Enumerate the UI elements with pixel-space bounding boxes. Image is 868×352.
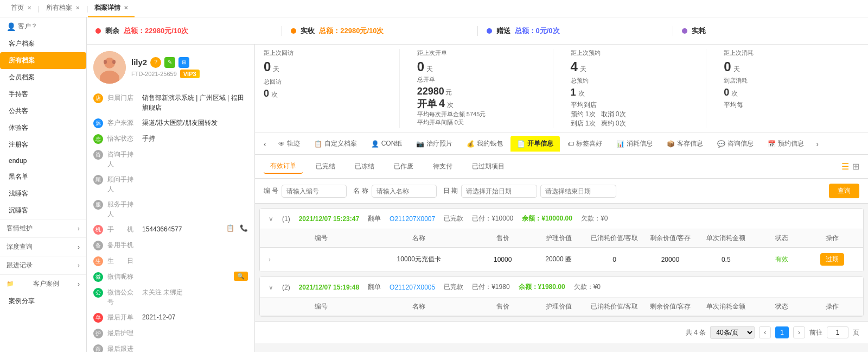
- order-1-id[interactable]: O211207X0007: [390, 215, 435, 223]
- sidebar-section-crm[interactable]: 客情维护 ›: [0, 219, 86, 237]
- order-1-chevron[interactable]: ∨: [269, 215, 273, 223]
- tab-filedetail-close[interactable]: ✕: [124, 5, 128, 11]
- sidebar-section-followup[interactable]: 跟进记录 ›: [0, 256, 86, 274]
- source-label: 客户来源: [107, 118, 138, 128]
- nav-tab-order-info[interactable]: 📄 开单信息: [510, 136, 560, 152]
- order-1-payment-status: 已完款: [444, 214, 463, 223]
- per-page-select[interactable]: 40条/页 20条/页 100条/页: [710, 326, 755, 339]
- advisor-label: 顾问手持人: [107, 174, 138, 194]
- order-2-id[interactable]: O211207X0005: [390, 284, 435, 291]
- order-2-time: 2021/12/07 15:19:48: [299, 284, 359, 291]
- stat-block-appointments: 距上次预约 4 天 总预约 1 次 平均到店: [564, 49, 707, 128]
- last-consume-unit: 天: [733, 65, 740, 74]
- sidebar-item-light-sleep[interactable]: 浅睡客: [0, 185, 86, 202]
- wechat-search-btn[interactable]: 🔍: [234, 272, 248, 281]
- tab-filedetail-label: 档案详情: [94, 3, 120, 12]
- sidebar-item-endup[interactable]: endup: [0, 153, 86, 168]
- con-icon: 👤: [371, 140, 379, 148]
- sidebar-section-cases[interactable]: 📁 客户案例 ›: [0, 274, 86, 293]
- phone-label: 手 机: [107, 224, 138, 234]
- next-page-btn[interactable]: ›: [793, 326, 805, 338]
- page-goto-input[interactable]: [827, 326, 848, 338]
- main-layout: 👤 客户？ 客户档案 所有档案 会员档案 手持客 公共客 体验客 注册客 end…: [0, 17, 868, 352]
- nav-tab-photos[interactable]: 📷 治疗照片: [410, 136, 459, 152]
- tab-allfiles[interactable]: 所有档案 ✕: [40, 0, 86, 17]
- nav-tab-stock[interactable]: 📦 客存信息: [660, 136, 710, 152]
- name-search-input[interactable]: [372, 185, 437, 198]
- nav-tab-con[interactable]: 👤 CON纸: [365, 136, 409, 152]
- field-status: 态 悟客状态 手持: [93, 131, 248, 147]
- code-search-input[interactable]: [282, 185, 347, 198]
- nav-tab-consume-info[interactable]: 📊 消耗信息: [610, 136, 659, 152]
- sidebar-item-customer-files[interactable]: 客户档案: [0, 35, 86, 52]
- th-name: 名称: [363, 234, 475, 243]
- stat-dot-consumed: [682, 28, 687, 34]
- order-2-chevron[interactable]: ∨: [269, 284, 273, 291]
- nav-tab-consult[interactable]: 💬 咨询信息: [711, 136, 760, 152]
- stat-label-gift: 赠送: [496, 26, 510, 36]
- source-icon: 源: [93, 118, 103, 128]
- tab-home[interactable]: 首页 ✕: [4, 0, 38, 17]
- sidebar-item-blacklist[interactable]: 黑名单: [0, 168, 86, 185]
- order-1-time: 2021/12/07 15:23:47: [299, 215, 359, 223]
- date-start-input[interactable]: [461, 185, 537, 198]
- sidebar-item-deep-sleep[interactable]: 沉睡客: [0, 202, 86, 219]
- th2-code: 编号: [279, 302, 363, 311]
- order-2-type: 翻单: [368, 282, 381, 292]
- order-tab-expired[interactable]: 已过期项目: [465, 160, 511, 173]
- expired-button-1[interactable]: 过期: [820, 253, 844, 266]
- tab-allfiles-close[interactable]: ✕: [75, 5, 80, 11]
- order-tab-completed[interactable]: 已完结: [309, 160, 342, 173]
- page-1-btn[interactable]: 1: [775, 326, 789, 338]
- order-tab-frozen[interactable]: 已冻结: [348, 160, 381, 173]
- nav-tab-wallet[interactable]: 💰 我的钱包: [460, 136, 509, 152]
- order-1-owe: 欠款：¥0: [581, 214, 608, 223]
- nav-tab-tags[interactable]: 🏷 标签喜好: [561, 136, 609, 152]
- consult-icon: 💬: [717, 140, 725, 148]
- order-tab-pending[interactable]: 待支付: [426, 160, 459, 173]
- last-order-days-unit: 天: [426, 65, 433, 74]
- sidebar-item-member-files[interactable]: 会员档案: [0, 69, 86, 86]
- sidebar-item-case-share[interactable]: 案例分享: [0, 293, 86, 310]
- sidebar-section-query[interactable]: 深度查询 ›: [0, 237, 86, 256]
- nav-prev-arrow[interactable]: ‹: [259, 137, 271, 150]
- order-group-1: ∨ (1) 2021/12/07 15:23:47 翻单 O211207X000…: [259, 208, 864, 272]
- stat-block-revisit: 距上次回访 0 天 总回访 0 次: [264, 49, 400, 128]
- phone-copy-icon[interactable]: 📋: [226, 224, 234, 232]
- wallet-icon: 💰: [467, 140, 475, 148]
- sidebar-item-registered[interactable]: 注册客: [0, 136, 86, 153]
- nav-next-arrow[interactable]: ›: [812, 137, 823, 150]
- search-button[interactable]: 查询: [829, 184, 859, 198]
- revisit-unit: 天: [273, 65, 279, 74]
- stat-section-remain: 剩余 总额：22980元/10次: [87, 26, 282, 36]
- sidebar-item-trial[interactable]: 体验客: [0, 120, 86, 136]
- sidebar-customer-title: 👤 客户？: [0, 17, 86, 35]
- td-status-1: 有效: [754, 255, 810, 264]
- nav-tab-track[interactable]: 👁 轨迹: [272, 136, 307, 152]
- last-consume-value: 0: [724, 59, 731, 74]
- wechat-public-label: 微信公众号: [107, 287, 138, 307]
- prev-page-btn[interactable]: ‹: [759, 326, 771, 338]
- phone-call-icon[interactable]: 📞: [240, 224, 248, 232]
- sidebar-item-public[interactable]: 公共客: [0, 103, 86, 120]
- order-2-owe: 欠款：¥0: [574, 282, 601, 292]
- order-tab-voided[interactable]: 已作废: [387, 160, 420, 173]
- profile-link-btn[interactable]: ⊞: [178, 57, 189, 68]
- date-end-input[interactable]: [540, 185, 616, 198]
- expand-btn-1[interactable]: ›: [269, 256, 279, 263]
- sidebar-item-all-files[interactable]: 所有档案: [0, 52, 86, 69]
- list-view-btn[interactable]: ☰: [841, 161, 849, 172]
- profile-edit-btn[interactable]: ✎: [164, 57, 175, 68]
- grid-view-btn[interactable]: ⊞: [852, 161, 859, 172]
- phone-value: 15443664577: [142, 224, 220, 234]
- sidebar-item-held[interactable]: 手持客: [0, 86, 86, 103]
- th-code: 编号: [279, 234, 363, 243]
- tab-home-close[interactable]: ✕: [27, 5, 31, 11]
- nav-tab-appointment[interactable]: 📅 预约信息: [761, 136, 810, 152]
- stat-section-consumed: 实耗: [673, 26, 868, 36]
- tab-filedetail[interactable]: 档案详情 ✕: [88, 0, 135, 17]
- order-tab-valid[interactable]: 有效订单: [264, 159, 303, 174]
- nav-tab-custom-files[interactable]: 📋 自定义档案: [308, 136, 363, 152]
- profile-info: lily2 ? ✎ ⊞ FTD-2021-25659 VIP3: [131, 57, 200, 78]
- birthday-label: 生 日: [107, 256, 138, 266]
